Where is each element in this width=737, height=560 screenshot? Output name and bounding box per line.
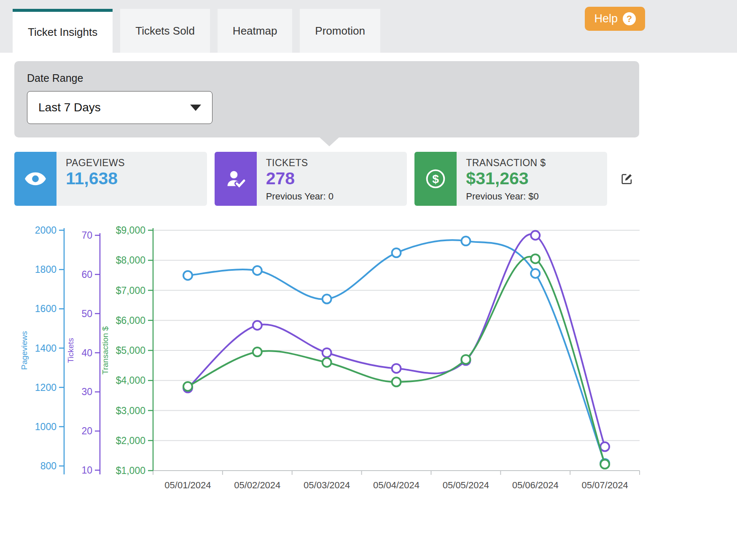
- insights-chart: 05/01/202405/02/202405/03/202405/04/2024…: [0, 216, 737, 512]
- svg-text:05/04/2024: 05/04/2024: [373, 480, 420, 490]
- person-check-icon: [225, 168, 247, 190]
- svg-text:05/01/2024: 05/01/2024: [164, 480, 211, 490]
- svg-text:10: 10: [81, 465, 92, 476]
- chart-section: 05/01/202405/02/202405/03/202405/04/2024…: [0, 216, 737, 512]
- svg-text:Transaction $: Transaction $: [101, 326, 110, 374]
- svg-text:$1,000: $1,000: [116, 465, 145, 476]
- panel-pointer: [319, 137, 339, 146]
- svg-text:70: 70: [81, 230, 92, 241]
- date-range-label: Date Range: [27, 72, 627, 84]
- page: Ticket Insights Tickets Sold Heatmap Pro…: [0, 0, 737, 512]
- svg-text:20: 20: [81, 425, 92, 436]
- stat-body: TRANSACTION $ $31,263 Previous Year: $0: [457, 152, 555, 206]
- edit-icon: [620, 172, 634, 186]
- svg-text:2000: 2000: [35, 225, 56, 236]
- stat-value: 278: [266, 169, 334, 188]
- svg-text:1800: 1800: [35, 264, 56, 275]
- stat-card-transaction: $ TRANSACTION $ $31,263 Previous Year: $…: [414, 152, 607, 206]
- stat-value: $31,263: [466, 169, 546, 188]
- date-range-panel: Date Range Last 7 Days: [14, 61, 639, 137]
- eye-icon: [24, 167, 47, 191]
- svg-text:05/06/2024: 05/06/2024: [512, 480, 559, 490]
- svg-text:Tickets: Tickets: [66, 338, 75, 363]
- stat-label: PAGEVIEWS: [66, 157, 125, 169]
- edit-button[interactable]: [615, 152, 639, 206]
- svg-text:$: $: [433, 172, 439, 186]
- stat-icon-pageviews: [14, 152, 56, 206]
- stat-previous-year: Previous Year: 0: [266, 191, 334, 202]
- date-range-select[interactable]: Last 7 Days: [27, 91, 212, 124]
- svg-text:1400: 1400: [35, 343, 56, 354]
- svg-text:$5,000: $5,000: [116, 345, 145, 356]
- stats-row: PAGEVIEWS 11,638 TICKETS 278 Previo: [14, 152, 639, 206]
- question-circle-icon: ?: [623, 12, 636, 25]
- svg-text:$8,000: $8,000: [116, 255, 145, 266]
- svg-text:30: 30: [81, 386, 92, 397]
- svg-text:60: 60: [81, 269, 92, 280]
- svg-text:$2,000: $2,000: [116, 435, 145, 446]
- svg-text:Pageviews: Pageviews: [20, 331, 29, 370]
- tabs: Ticket Insights Tickets Sold Heatmap Pro…: [13, 9, 380, 53]
- svg-text:1000: 1000: [35, 421, 56, 432]
- svg-text:$6,000: $6,000: [116, 315, 145, 326]
- stat-body: PAGEVIEWS 11,638: [56, 152, 134, 206]
- help-button[interactable]: Help ?: [585, 7, 645, 31]
- chevron-down-icon: [190, 105, 201, 111]
- stat-label: TICKETS: [266, 157, 334, 169]
- svg-text:40: 40: [81, 347, 92, 358]
- svg-text:05/05/2024: 05/05/2024: [443, 480, 489, 490]
- stat-icon-tickets: [215, 152, 257, 206]
- tab-ticket-insights[interactable]: Ticket Insights: [13, 9, 113, 53]
- stat-card-pageviews: PAGEVIEWS 11,638: [14, 152, 207, 206]
- stat-card-tickets: TICKETS 278 Previous Year: 0: [215, 152, 407, 206]
- tab-heatmap[interactable]: Heatmap: [218, 9, 293, 53]
- svg-text:$7,000: $7,000: [116, 285, 145, 296]
- stat-icon-transaction: $: [414, 152, 457, 206]
- tab-bar: Ticket Insights Tickets Sold Heatmap Pro…: [0, 0, 737, 53]
- stat-previous-year: Previous Year: $0: [466, 191, 546, 202]
- svg-text:1600: 1600: [35, 303, 56, 314]
- svg-text:$3,000: $3,000: [116, 405, 145, 416]
- svg-text:$9,000: $9,000: [116, 225, 145, 236]
- help-label: Help: [594, 12, 618, 25]
- svg-text:800: 800: [40, 460, 56, 471]
- svg-text:1200: 1200: [35, 382, 56, 393]
- stat-body: TICKETS 278 Previous Year: 0: [257, 152, 343, 206]
- svg-text:05/02/2024: 05/02/2024: [234, 480, 280, 490]
- tab-promotion[interactable]: Promotion: [300, 9, 380, 53]
- stat-value: 11,638: [66, 169, 125, 188]
- svg-text:50: 50: [81, 308, 92, 319]
- svg-text:05/03/2024: 05/03/2024: [304, 480, 350, 490]
- svg-text:05/07/2024: 05/07/2024: [582, 480, 628, 490]
- tab-tickets-sold[interactable]: Tickets Sold: [120, 9, 210, 53]
- date-range-value: Last 7 Days: [38, 101, 101, 114]
- stat-label: TRANSACTION $: [466, 157, 546, 169]
- svg-text:$4,000: $4,000: [116, 375, 145, 386]
- dollar-circle-icon: $: [425, 168, 447, 190]
- content: Date Range Last 7 Days PAGEVIEWS 11,638: [0, 61, 737, 512]
